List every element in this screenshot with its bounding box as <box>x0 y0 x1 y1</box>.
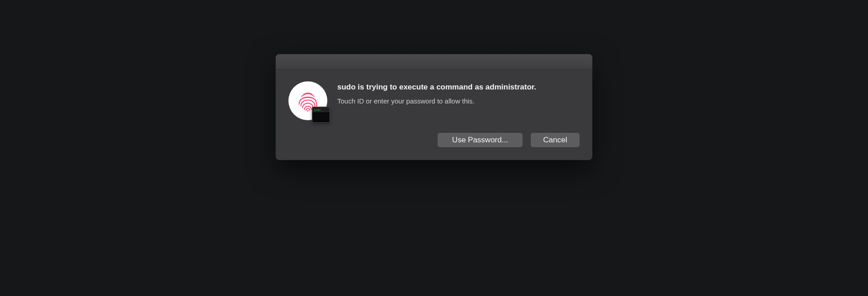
dialog-titlebar <box>276 54 592 70</box>
dialog-content: exec sudo is trying to execute a command… <box>276 70 592 133</box>
dialog-buttons: Use Password... Cancel <box>276 133 592 160</box>
dialog-subtitle: Touch ID or enter your password to allow… <box>337 97 580 105</box>
dialog-text: sudo is trying to execute a command as a… <box>337 81 580 120</box>
dialog-title: sudo is trying to execute a command as a… <box>337 82 580 93</box>
dialog-icon: exec <box>288 81 327 120</box>
exec-badge-icon: exec <box>312 107 330 123</box>
use-password-button[interactable]: Use Password... <box>438 133 523 147</box>
cancel-button[interactable]: Cancel <box>531 133 580 147</box>
exec-badge-label: exec <box>314 108 321 111</box>
auth-dialog: exec sudo is trying to execute a command… <box>276 54 592 160</box>
